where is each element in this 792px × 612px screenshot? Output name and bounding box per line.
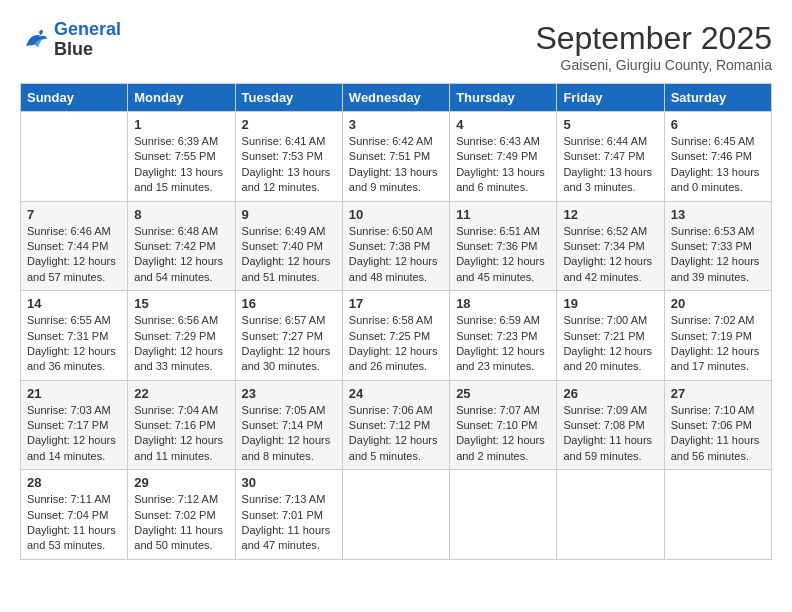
- day-number: 21: [27, 386, 121, 401]
- calendar-cell: 16 Sunrise: 6:57 AM Sunset: 7:27 PM Dayl…: [235, 291, 342, 381]
- daylight-text: Daylight: 12 hours and 54 minutes.: [134, 255, 223, 282]
- sunset-text: Sunset: 7:29 PM: [134, 330, 215, 342]
- cell-info: Sunrise: 7:04 AM Sunset: 7:16 PM Dayligh…: [134, 403, 228, 465]
- sunset-text: Sunset: 7:17 PM: [27, 419, 108, 431]
- cell-info: Sunrise: 6:59 AM Sunset: 7:23 PM Dayligh…: [456, 313, 550, 375]
- cell-info: Sunrise: 6:46 AM Sunset: 7:44 PM Dayligh…: [27, 224, 121, 286]
- sunset-text: Sunset: 7:42 PM: [134, 240, 215, 252]
- calendar-week-row: 28 Sunrise: 7:11 AM Sunset: 7:04 PM Dayl…: [21, 470, 772, 560]
- day-number: 28: [27, 475, 121, 490]
- cell-info: Sunrise: 7:07 AM Sunset: 7:10 PM Dayligh…: [456, 403, 550, 465]
- sunset-text: Sunset: 7:55 PM: [134, 150, 215, 162]
- sunrise-text: Sunrise: 7:02 AM: [671, 314, 755, 326]
- sunset-text: Sunset: 7:31 PM: [27, 330, 108, 342]
- cell-info: Sunrise: 7:03 AM Sunset: 7:17 PM Dayligh…: [27, 403, 121, 465]
- weekday-header: Wednesday: [342, 84, 449, 112]
- calendar-cell: 18 Sunrise: 6:59 AM Sunset: 7:23 PM Dayl…: [450, 291, 557, 381]
- calendar-cell: 20 Sunrise: 7:02 AM Sunset: 7:19 PM Dayl…: [664, 291, 771, 381]
- sunset-text: Sunset: 7:08 PM: [563, 419, 644, 431]
- sunset-text: Sunset: 7:34 PM: [563, 240, 644, 252]
- calendar-cell: 8 Sunrise: 6:48 AM Sunset: 7:42 PM Dayli…: [128, 201, 235, 291]
- daylight-text: Daylight: 11 hours and 53 minutes.: [27, 524, 116, 551]
- daylight-text: Daylight: 12 hours and 23 minutes.: [456, 345, 545, 372]
- daylight-text: Daylight: 12 hours and 36 minutes.: [27, 345, 116, 372]
- sunset-text: Sunset: 7:01 PM: [242, 509, 323, 521]
- sunrise-text: Sunrise: 6:56 AM: [134, 314, 218, 326]
- daylight-text: Daylight: 13 hours and 9 minutes.: [349, 166, 438, 193]
- calendar-cell: 24 Sunrise: 7:06 AM Sunset: 7:12 PM Dayl…: [342, 380, 449, 470]
- sunrise-text: Sunrise: 7:05 AM: [242, 404, 326, 416]
- calendar-cell: 14 Sunrise: 6:55 AM Sunset: 7:31 PM Dayl…: [21, 291, 128, 381]
- sunset-text: Sunset: 7:25 PM: [349, 330, 430, 342]
- weekday-header: Sunday: [21, 84, 128, 112]
- cell-info: Sunrise: 7:12 AM Sunset: 7:02 PM Dayligh…: [134, 492, 228, 554]
- day-number: 20: [671, 296, 765, 311]
- calendar-table: SundayMondayTuesdayWednesdayThursdayFrid…: [20, 83, 772, 560]
- day-number: 13: [671, 207, 765, 222]
- daylight-text: Daylight: 11 hours and 59 minutes.: [563, 434, 652, 461]
- sunset-text: Sunset: 7:49 PM: [456, 150, 537, 162]
- calendar-cell: [557, 470, 664, 560]
- cell-info: Sunrise: 7:05 AM Sunset: 7:14 PM Dayligh…: [242, 403, 336, 465]
- logo-icon: [20, 25, 50, 55]
- title-block: September 2025 Gaiseni, Giurgiu County, …: [535, 20, 772, 73]
- sunrise-text: Sunrise: 7:04 AM: [134, 404, 218, 416]
- sunrise-text: Sunrise: 7:03 AM: [27, 404, 111, 416]
- day-number: 30: [242, 475, 336, 490]
- calendar-cell: 22 Sunrise: 7:04 AM Sunset: 7:16 PM Dayl…: [128, 380, 235, 470]
- cell-info: Sunrise: 7:13 AM Sunset: 7:01 PM Dayligh…: [242, 492, 336, 554]
- calendar-cell: 4 Sunrise: 6:43 AM Sunset: 7:49 PM Dayli…: [450, 112, 557, 202]
- cell-info: Sunrise: 6:56 AM Sunset: 7:29 PM Dayligh…: [134, 313, 228, 375]
- sunset-text: Sunset: 7:33 PM: [671, 240, 752, 252]
- day-number: 6: [671, 117, 765, 132]
- calendar-cell: 11 Sunrise: 6:51 AM Sunset: 7:36 PM Dayl…: [450, 201, 557, 291]
- sunset-text: Sunset: 7:46 PM: [671, 150, 752, 162]
- day-number: 19: [563, 296, 657, 311]
- cell-info: Sunrise: 6:42 AM Sunset: 7:51 PM Dayligh…: [349, 134, 443, 196]
- daylight-text: Daylight: 11 hours and 56 minutes.: [671, 434, 760, 461]
- cell-info: Sunrise: 7:09 AM Sunset: 7:08 PM Dayligh…: [563, 403, 657, 465]
- calendar-week-row: 1 Sunrise: 6:39 AM Sunset: 7:55 PM Dayli…: [21, 112, 772, 202]
- weekday-header: Friday: [557, 84, 664, 112]
- cell-info: Sunrise: 6:50 AM Sunset: 7:38 PM Dayligh…: [349, 224, 443, 286]
- sunrise-text: Sunrise: 7:09 AM: [563, 404, 647, 416]
- day-number: 29: [134, 475, 228, 490]
- month-title: September 2025: [535, 20, 772, 57]
- cell-info: Sunrise: 6:43 AM Sunset: 7:49 PM Dayligh…: [456, 134, 550, 196]
- cell-info: Sunrise: 7:11 AM Sunset: 7:04 PM Dayligh…: [27, 492, 121, 554]
- sunrise-text: Sunrise: 6:39 AM: [134, 135, 218, 147]
- sunset-text: Sunset: 7:10 PM: [456, 419, 537, 431]
- sunrise-text: Sunrise: 6:46 AM: [27, 225, 111, 237]
- day-number: 10: [349, 207, 443, 222]
- daylight-text: Daylight: 12 hours and 26 minutes.: [349, 345, 438, 372]
- calendar-cell: [450, 470, 557, 560]
- cell-info: Sunrise: 6:45 AM Sunset: 7:46 PM Dayligh…: [671, 134, 765, 196]
- calendar-week-row: 7 Sunrise: 6:46 AM Sunset: 7:44 PM Dayli…: [21, 201, 772, 291]
- calendar-cell: [342, 470, 449, 560]
- daylight-text: Daylight: 12 hours and 20 minutes.: [563, 345, 652, 372]
- calendar-cell: 19 Sunrise: 7:00 AM Sunset: 7:21 PM Dayl…: [557, 291, 664, 381]
- calendar-cell: 28 Sunrise: 7:11 AM Sunset: 7:04 PM Dayl…: [21, 470, 128, 560]
- calendar-week-row: 21 Sunrise: 7:03 AM Sunset: 7:17 PM Dayl…: [21, 380, 772, 470]
- day-number: 7: [27, 207, 121, 222]
- sunrise-text: Sunrise: 6:50 AM: [349, 225, 433, 237]
- logo: General Blue: [20, 20, 121, 60]
- daylight-text: Daylight: 11 hours and 47 minutes.: [242, 524, 331, 551]
- calendar-cell: 15 Sunrise: 6:56 AM Sunset: 7:29 PM Dayl…: [128, 291, 235, 381]
- sunset-text: Sunset: 7:21 PM: [563, 330, 644, 342]
- cell-info: Sunrise: 7:10 AM Sunset: 7:06 PM Dayligh…: [671, 403, 765, 465]
- sunset-text: Sunset: 7:36 PM: [456, 240, 537, 252]
- day-number: 16: [242, 296, 336, 311]
- cell-info: Sunrise: 6:51 AM Sunset: 7:36 PM Dayligh…: [456, 224, 550, 286]
- logo-line2: Blue: [54, 40, 121, 60]
- daylight-text: Daylight: 13 hours and 3 minutes.: [563, 166, 652, 193]
- daylight-text: Daylight: 12 hours and 2 minutes.: [456, 434, 545, 461]
- day-number: 1: [134, 117, 228, 132]
- weekday-header: Saturday: [664, 84, 771, 112]
- sunrise-text: Sunrise: 6:48 AM: [134, 225, 218, 237]
- calendar-cell: 27 Sunrise: 7:10 AM Sunset: 7:06 PM Dayl…: [664, 380, 771, 470]
- daylight-text: Daylight: 12 hours and 48 minutes.: [349, 255, 438, 282]
- cell-info: Sunrise: 6:48 AM Sunset: 7:42 PM Dayligh…: [134, 224, 228, 286]
- cell-info: Sunrise: 7:00 AM Sunset: 7:21 PM Dayligh…: [563, 313, 657, 375]
- sunset-text: Sunset: 7:53 PM: [242, 150, 323, 162]
